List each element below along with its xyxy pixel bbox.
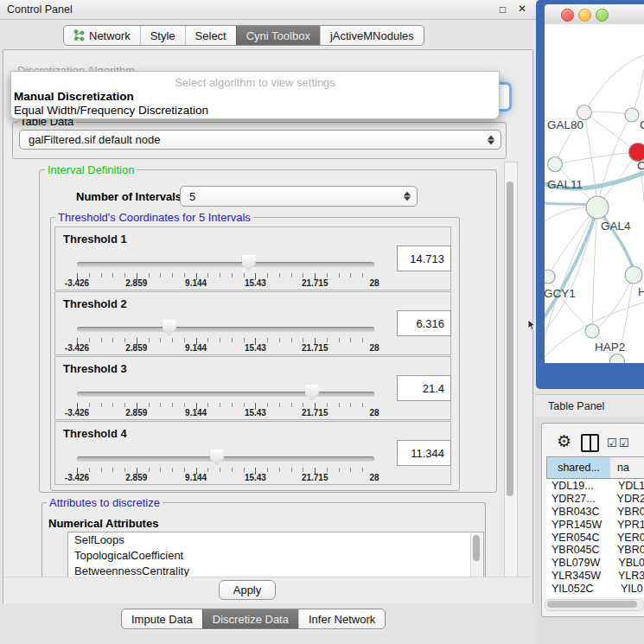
table-panel-header: Table Panel: [536, 394, 644, 418]
combo-spinner-icon: [403, 191, 411, 202]
table-row[interactable]: YDL19...YDL1: [546, 480, 644, 493]
threshold-3-slider[interactable]: [77, 384, 374, 403]
slider-thumb[interactable]: [210, 450, 224, 466]
slider-tick-labels: -3.426 2.859 9.144 15.43 21.715 28: [77, 408, 374, 418]
svg-text:GAL4: GAL4: [601, 220, 631, 233]
svg-text:C: C: [637, 159, 644, 172]
threshold-4-slider[interactable]: [77, 449, 374, 468]
table-horizontal-scrollbar[interactable]: [545, 599, 644, 611]
tab-impute-data[interactable]: Impute Data: [122, 609, 202, 628]
slider-track[interactable]: [77, 456, 374, 462]
algorithm-dropdown-popup: Select algorithm to view settings Manual…: [10, 71, 500, 119]
network-icon: [73, 29, 85, 41]
list-scrollbar[interactable]: [470, 533, 482, 577]
threshold-3-label: Threshold 3: [63, 362, 127, 375]
table-row[interactable]: YBR043CYBR0: [546, 506, 644, 519]
network-node[interactable]: [545, 270, 555, 284]
node-table[interactable]: YDL19...YDL1 YDR27...YDR2 YBR043CYBR0 YP…: [546, 480, 644, 597]
network-canvas[interactable]: GAL80 G C GAL11 GAL4 GCY1 H HAP2: [545, 24, 644, 363]
attributes-group-title: Attributes to discretize: [47, 497, 163, 509]
threshold-2-value-field[interactable]: 6.316: [397, 310, 451, 336]
table-row[interactable]: YDR27...YDR2: [546, 493, 644, 506]
slider-track[interactable]: [77, 262, 374, 267]
mac-minimize-button[interactable]: [578, 9, 591, 22]
threshold-2-label: Threshold 2: [63, 297, 127, 310]
checkbox-icon[interactable]: ☑: [607, 437, 617, 449]
tab-impute-data-label: Impute Data: [131, 613, 193, 626]
table-row[interactable]: YBL079WYBL0: [546, 557, 644, 570]
tab-discretize-data[interactable]: Discretize Data: [202, 609, 298, 628]
control-panel-title: Control Panel: [7, 3, 73, 16]
table-data-combobox[interactable]: galFiltered.sif default node: [19, 130, 501, 150]
tab-infer-network[interactable]: Infer Network: [298, 609, 385, 628]
app-root: Control Panel □ ✕ Network Style Select C…: [0, 0, 644, 644]
algorithm-placeholder: Select algorithm to view settings: [11, 76, 499, 89]
checkbox-icon[interactable]: ☑: [619, 437, 629, 449]
tab-network-label: Network: [89, 29, 131, 42]
tab-cyni-toolbox[interactable]: Cyni Toolbox: [236, 26, 320, 45]
control-panel-titlebar: Control Panel □ ✕: [0, 0, 536, 20]
network-node[interactable]: [610, 354, 625, 364]
mouse-cursor: [527, 319, 537, 331]
column-header-shared-name[interactable]: shared...: [546, 456, 611, 479]
tab-select[interactable]: Select: [185, 26, 236, 45]
svg-text:H: H: [638, 285, 644, 298]
algorithm-option-manual[interactable]: Manual Discretization: [14, 90, 134, 103]
table-row[interactable]: YBR045CYBR0: [546, 544, 644, 557]
top-tab-row: Network Style Select Cyni Toolbox jActiv…: [0, 20, 536, 49]
numerical-attributes-list[interactable]: SelfLoops TopologicalCoefficient Between…: [67, 532, 484, 579]
tab-style[interactable]: Style: [140, 26, 185, 45]
slider-thumb[interactable]: [242, 255, 256, 271]
threshold-1-value-field[interactable]: 14.713: [397, 245, 451, 271]
scrollbar-thumb[interactable]: [507, 182, 513, 496]
threshold-1-slider[interactable]: [77, 254, 374, 273]
network-node[interactable]: [585, 324, 599, 338]
mac-close-button[interactable]: [561, 9, 574, 22]
table-row[interactable]: YER054CYER0: [546, 531, 644, 544]
threshold-1-label: Threshold 1: [63, 233, 127, 245]
number-of-intervals-combobox[interactable]: 5: [180, 186, 418, 207]
panel-vertical-scrollbar[interactable]: [504, 162, 518, 577]
network-node[interactable]: [548, 157, 563, 172]
scrollbar-thumb[interactable]: [547, 601, 637, 608]
threshold-2-slider[interactable]: [77, 319, 374, 338]
interval-definition-group-title: Interval Definition: [45, 164, 137, 176]
column-header-name[interactable]: na: [610, 456, 644, 479]
threshold-3-panel: Threshold 3 -3.426 2.859 9.144 15.43 21.…: [54, 356, 451, 420]
svg-text:HAP2: HAP2: [595, 341, 625, 354]
slider-track[interactable]: [77, 392, 374, 397]
list-item[interactable]: TopologicalCoefficient: [68, 548, 483, 564]
network-node[interactable]: [625, 108, 639, 122]
slider-track[interactable]: [77, 327, 374, 332]
network-node[interactable]: [625, 266, 642, 284]
slider-thumb[interactable]: [305, 385, 319, 401]
algorithm-option-equal-width[interactable]: Equal Width/Frequency Discretization: [14, 104, 208, 117]
number-of-intervals-value: 5: [189, 190, 195, 203]
network-node[interactable]: [586, 196, 609, 219]
threshold-4-value-field[interactable]: 11.344: [397, 440, 451, 466]
number-of-intervals-label: Number of Intervals: [76, 190, 182, 203]
apply-button[interactable]: Apply: [219, 580, 276, 600]
network-node[interactable]: [577, 105, 592, 120]
tab-network[interactable]: Network: [64, 26, 140, 45]
table-row[interactable]: YPR145WYPR1: [546, 518, 644, 531]
mac-zoom-button[interactable]: [596, 9, 609, 22]
tab-style-label: Style: [150, 29, 175, 42]
tab-discretize-data-label: Discretize Data: [213, 613, 289, 626]
network-edges-highlighted: [545, 171, 644, 324]
threshold-1-panel: Threshold 1 -3.426 2.859 9.144 15.43 21.…: [54, 226, 451, 290]
table-row[interactable]: YLR345WYLR3: [546, 570, 644, 583]
thresholds-group-title: Threshold's Coordinates for 5 Intervals: [55, 212, 253, 224]
split-pane-icon[interactable]: [581, 434, 599, 452]
table-row[interactable]: YIL052CYIL0: [546, 582, 644, 595]
gear-icon[interactable]: ⚙: [557, 433, 571, 450]
combo-spinner-icon: [487, 134, 494, 145]
close-window-icon[interactable]: ✕: [518, 3, 526, 15]
slider-thumb[interactable]: [163, 320, 176, 336]
svg-text:G: G: [640, 118, 644, 131]
list-item[interactable]: SelfLoops: [68, 532, 483, 548]
slider-tick-labels: -3.426 2.859 9.144 15.43 21.715 28: [77, 278, 374, 289]
float-window-icon[interactable]: □: [500, 3, 506, 16]
threshold-3-value-field[interactable]: 21.4: [397, 375, 451, 401]
tab-jactivemnodules[interactable]: jActiveMNodules: [320, 26, 424, 45]
